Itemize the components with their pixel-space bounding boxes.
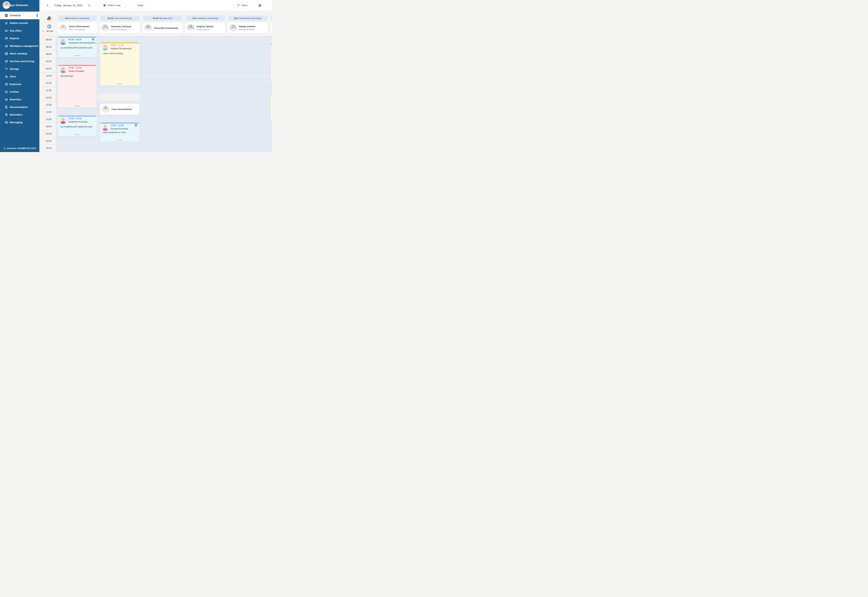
time-label: 14:30 [39, 130, 56, 137]
logo-bars-icon [4, 147, 6, 150]
time-label: 09:30 [39, 58, 56, 65]
sidebar-item-label: Store [10, 75, 16, 78]
resize-handle[interactable] [74, 55, 80, 56]
sidebar-item-reminders[interactable]: Reminders [0, 111, 39, 119]
resize-handle[interactable] [74, 134, 80, 135]
patient-name: Yulia Semenikhina [111, 108, 132, 111]
service-name: Lip modeling with hyaluronic acid [60, 46, 94, 49]
time-label: 08:00 [39, 36, 56, 43]
appointment-time: 08:30 - 11:30 [111, 44, 123, 46]
sidebar-item-label: Work schedule [10, 52, 27, 55]
chevron-down-icon [42, 30, 45, 32]
select-a-day-button[interactable]: Select a day [98, 2, 126, 9]
user-avatar [3, 1, 10, 9]
time-label: 12:30 [39, 101, 56, 108]
room-header-no26: No.26Laser physiotherapy [100, 16, 140, 21]
color-legend-icon[interactable] [47, 16, 52, 21]
sidebar-item-expenses[interactable]: Expenses [0, 80, 39, 88]
schedule-app: Igor Globenko Schedule Patient records [0, 0, 272, 152]
patient-avatar [60, 117, 66, 124]
sidebar-item-label: Documentation [10, 106, 28, 108]
sidebar-item-documentation[interactable]: Documentation [0, 103, 39, 111]
appointment-card[interactable]: 08:00 - 09:00 Anastasia Cherednichenko L… [58, 37, 97, 57]
resize-handle[interactable] [117, 140, 123, 141]
sidebar-item-archive[interactable]: Archive [0, 88, 39, 96]
today-button[interactable]: Today [129, 2, 152, 9]
sidebar-item-label: Patient records [10, 22, 28, 24]
sidebar-item-pay-office[interactable]: Pay office [0, 27, 39, 34]
sidebar-item-label: Reminders [10, 113, 22, 116]
patient-name: Anastasia Cherednichenko [68, 42, 95, 44]
sidebar-item-work-schedule[interactable]: Work schedule [0, 50, 39, 58]
envelope-status-icon [135, 124, 137, 126]
user-profile[interactable]: Igor Globenko [0, 0, 39, 10]
sidebar-item-messaging[interactable]: Messaging [0, 119, 39, 126]
envelope-icon [4, 120, 8, 124]
sidebar-item-label: Expenses [10, 83, 21, 86]
grid-column-line [56, 36, 56, 152]
room-header-no2: No.2Therapeutic cosmetology [228, 16, 268, 21]
patient-avatar [102, 44, 109, 50]
time-label: 10:30 [39, 72, 56, 79]
today-label: Today [137, 4, 143, 7]
appointment-card-partial[interactable] [271, 43, 272, 83]
sidebar-item-reports[interactable]: Reports [0, 34, 39, 42]
staff-card[interactable]: Natalia ZelenkoRoman Medved [228, 22, 268, 33]
brand-logo: emexes-COSMETOLOGY [4, 147, 36, 150]
sidebar-item-services-pricing[interactable]: Services and pricing [0, 58, 39, 65]
room-header-no5: No.5Injection cosmetology [58, 16, 97, 21]
card-color-strip [58, 116, 97, 117]
print-button[interactable] [254, 1, 265, 9]
time-label: 15:30 [39, 144, 56, 152]
appointment-card[interactable]: 10:00 - 12:30 Vadim Konoplia Mesotherapy [58, 65, 97, 108]
resize-handle[interactable] [117, 83, 123, 84]
next-day-button[interactable] [87, 3, 91, 7]
sidebar-item-storage[interactable]: Storage [0, 65, 39, 73]
clock-icon [47, 24, 51, 29]
sidebar-item-branches[interactable]: Branches [0, 96, 39, 103]
card-color-strip [100, 123, 140, 123]
sidebar-item-store[interactable]: Store [0, 73, 39, 80]
folder-icon [4, 90, 8, 94]
time-label: 08:30 [39, 43, 56, 50]
sidebar-item-label: Pay office [10, 29, 22, 32]
staff-card-partial [271, 22, 272, 33]
room-header-partial [271, 16, 272, 21]
bell-icon [4, 113, 8, 117]
sidebar-item-patient-records[interactable]: Patient records [0, 19, 39, 27]
patient-avatar [102, 105, 109, 113]
appointment-time: 14:00 - 15:00 [111, 124, 123, 127]
card-color-strip [58, 37, 97, 38]
appointment-time: 08:00 - 09:00 [68, 39, 82, 41]
sidebar-item-workplace-management[interactable]: Workplace management [0, 42, 39, 50]
sidebar-item-label: Reports [10, 37, 19, 40]
appointment-card-partial[interactable] [271, 94, 272, 122]
card-color-strip [100, 42, 140, 43]
filters-button[interactable]: Filters [233, 2, 251, 9]
staff-card[interactable]: Yarina ShevchenkoBoris Gorodenko [58, 22, 97, 33]
sidebar-item-label: Schedule [10, 14, 21, 17]
appointment-card[interactable]: 13:30 - 14:30 Ekaterina Koroviak Lip mod… [58, 116, 97, 136]
staff-card[interactable]: Grigoriy SpivakInna Koparuk [186, 22, 225, 33]
service-name: Mesotherapy [60, 74, 94, 78]
staff-card[interactable]: Alexander Kumchenko [143, 22, 183, 33]
time-label: 13:30 [39, 116, 56, 123]
sidebar-item-label: Branches [10, 98, 21, 101]
sidebar-item-schedule[interactable]: Schedule [0, 12, 39, 19]
patients-icon [4, 21, 8, 25]
user-name: Igor Globenko [10, 0, 28, 10]
sidebar-item-label: Archive [10, 91, 19, 93]
interval-dropdown[interactable]: 30 min [42, 30, 53, 33]
resize-handle[interactable] [74, 105, 80, 106]
appointment-card[interactable]: 08:30 - 11:30 Vladimir Bondarenko Laser … [100, 42, 140, 86]
service-name: Lip modeling with hyaluronic acid [60, 125, 94, 128]
appointment-card[interactable]: Yulia Semenikhina [100, 104, 140, 115]
staff-card[interactable]: Valentina LitvinyukIrina Zherebnyuk [100, 22, 140, 33]
header: Friday, January 19, 2024 Select a day To… [39, 0, 272, 11]
header-right-group: Filters [233, 1, 272, 9]
previous-day-button[interactable] [46, 3, 50, 7]
time-label: 15:00 [39, 137, 56, 145]
appointment-card[interactable]: 14:00 - 15:00 Zoriana Kravchuk Laser tre… [100, 123, 140, 142]
patient-name: Ekaterina Koroviak [68, 120, 87, 123]
document-icon [4, 105, 8, 109]
